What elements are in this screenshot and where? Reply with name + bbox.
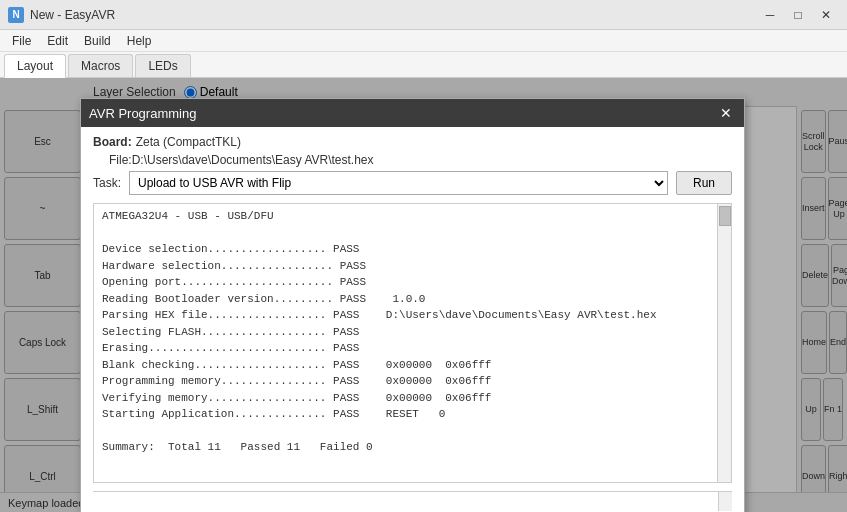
window-title: New - EasyAVR	[30, 8, 757, 22]
console-line-13	[102, 423, 711, 440]
console-line-12: Starting Application.............. PASS …	[102, 406, 711, 423]
console-input-scrollbar	[718, 492, 732, 511]
run-button[interactable]: Run	[676, 171, 732, 195]
modal-body: Board: Zeta (CompactTKL) File: D:\Users\…	[81, 127, 744, 512]
avr-programming-dialog: AVR Programming ✕ Board: Zeta (CompactTK…	[80, 98, 745, 512]
console-line-14: Summary: Total 11 Passed 11 Failed 0	[102, 439, 711, 456]
tabs-bar: Layout Macros LEDs	[0, 52, 847, 78]
title-bar: N New - EasyAVR ─ □ ✕	[0, 0, 847, 30]
board-info-row: Board: Zeta (CompactTKL)	[93, 135, 732, 149]
modal-title: AVR Programming	[89, 106, 716, 121]
file-label: File:	[109, 153, 132, 167]
console-line-0: ATMEGA32U4 - USB - USB/DFU	[102, 208, 711, 225]
menu-build[interactable]: Build	[76, 32, 119, 50]
task-row: Task: Upload to USB AVR with Flip Write …	[93, 171, 732, 195]
console-output-area: ATMEGA32U4 - USB - USB/DFU Device select…	[93, 203, 732, 483]
menu-bar: File Edit Build Help	[0, 30, 847, 52]
menu-edit[interactable]: Edit	[39, 32, 76, 50]
console-line-4: Opening port....................... PASS	[102, 274, 711, 291]
tab-layout[interactable]: Layout	[4, 54, 66, 78]
console-line-1	[102, 225, 711, 242]
console-content: ATMEGA32U4 - USB - USB/DFU Device select…	[94, 204, 731, 460]
minimize-button[interactable]: ─	[757, 5, 783, 25]
console-input-row	[93, 491, 732, 511]
tab-leds[interactable]: LEDs	[135, 54, 190, 77]
modal-close-button[interactable]: ✕	[716, 103, 736, 123]
console-line-7: Selecting FLASH................... PASS	[102, 324, 711, 341]
main-content: Layer Selection Default Esc ~ Tab Caps L…	[0, 78, 847, 512]
console-line-2: Device selection.................. PASS	[102, 241, 711, 258]
modal-title-bar: AVR Programming ✕	[81, 99, 744, 127]
console-line-9: Blank checking.................... PASS …	[102, 357, 711, 374]
console-line-3: Hardware selection................. PASS	[102, 258, 711, 275]
console-line-6: Parsing HEX file.................. PASS …	[102, 307, 711, 324]
console-line-11: Verifying memory.................. PASS …	[102, 390, 711, 407]
task-select[interactable]: Upload to USB AVR with Flip Write EEPROM…	[129, 171, 668, 195]
modal-overlay: AVR Programming ✕ Board: Zeta (CompactTK…	[0, 78, 847, 512]
console-line-10: Programming memory................ PASS …	[102, 373, 711, 390]
board-value: Zeta (CompactTKL)	[136, 135, 241, 149]
menu-file[interactable]: File	[4, 32, 39, 50]
console-line-8: Erasing........................... PASS	[102, 340, 711, 357]
menu-help[interactable]: Help	[119, 32, 160, 50]
file-info-row: File: D:\Users\dave\Documents\Easy AVR\t…	[93, 153, 732, 167]
app-icon: N	[8, 7, 24, 23]
console-line-5: Reading Bootloader version......... PASS…	[102, 291, 711, 308]
console-input[interactable]	[93, 492, 718, 511]
window-controls: ─ □ ✕	[757, 5, 839, 25]
task-label: Task:	[93, 176, 121, 190]
close-button[interactable]: ✕	[813, 5, 839, 25]
board-label: Board:	[93, 135, 132, 149]
file-value: D:\Users\dave\Documents\Easy AVR\test.he…	[132, 153, 374, 167]
console-scrollbar[interactable]	[717, 204, 731, 482]
maximize-button[interactable]: □	[785, 5, 811, 25]
console-scrollbar-thumb[interactable]	[719, 206, 731, 226]
tab-macros[interactable]: Macros	[68, 54, 133, 77]
